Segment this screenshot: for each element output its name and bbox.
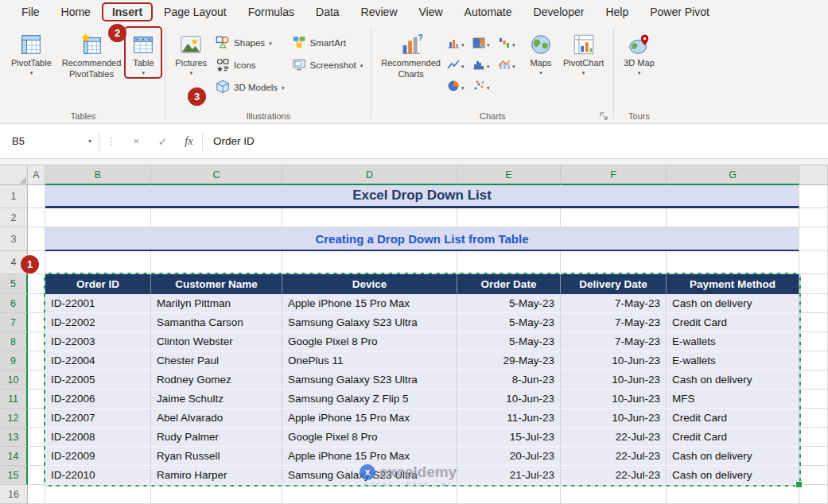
cell-empty[interactable] xyxy=(799,274,828,294)
sheet-title-cell[interactable]: Excel Drop Down List xyxy=(45,185,799,208)
row-header-10[interactable]: 10 xyxy=(0,370,28,390)
cell-order-date[interactable]: 5-May-23 xyxy=(457,332,561,351)
cell-empty[interactable] xyxy=(28,409,45,428)
column-header-partial[interactable] xyxy=(799,165,828,185)
column-header-c[interactable]: C xyxy=(151,165,282,185)
cell-empty[interactable] xyxy=(457,251,561,274)
screenshot-button[interactable]: Screenshot ▾ xyxy=(290,56,366,74)
cell-payment-method[interactable]: Credit Card xyxy=(667,409,799,428)
cell-empty[interactable] xyxy=(799,428,828,447)
cell-empty[interactable] xyxy=(667,485,799,504)
formula-bar-splitter[interactable]: ⋮ xyxy=(99,136,123,147)
column-header-a[interactable]: A xyxy=(28,165,45,185)
cell-delivery-date[interactable]: 22-Jul-23 xyxy=(561,466,667,485)
cell-empty[interactable] xyxy=(799,251,828,274)
cell-delivery-date[interactable]: 22-Jul-23 xyxy=(561,428,667,447)
column-header-g[interactable]: G xyxy=(667,165,799,185)
cell-empty[interactable] xyxy=(667,208,799,227)
cell-order-id[interactable]: ID-22006 xyxy=(45,390,151,409)
cell-order-id[interactable]: ID-22003 xyxy=(45,332,151,351)
cell-order-date[interactable]: 21-Jul-23 xyxy=(457,466,561,485)
row-header-11[interactable]: 11 xyxy=(0,390,28,409)
chart-column-button[interactable]: ▾ xyxy=(447,34,472,55)
cell-empty[interactable] xyxy=(28,208,45,227)
tab-review[interactable]: Review xyxy=(351,2,408,21)
cell-order-date[interactable]: 15-Jul-23 xyxy=(457,428,561,447)
cell-payment-method[interactable]: Credit Card xyxy=(667,313,799,332)
cell-payment-method[interactable]: MFS xyxy=(667,390,799,409)
cell-empty[interactable] xyxy=(45,485,151,504)
cell-device[interactable]: Google Pixel 8 Pro xyxy=(282,428,457,447)
formula-input[interactable]: Order ID xyxy=(203,135,255,147)
cell-order-date[interactable]: 8-Jun-23 xyxy=(457,370,561,390)
row-header-16[interactable]: 16 xyxy=(0,485,28,504)
table-header-payment-method[interactable]: Payment Method xyxy=(667,274,799,294)
tab-insert[interactable]: Insert xyxy=(102,2,153,21)
cell-payment-method[interactable]: Cash on delivery xyxy=(667,370,799,390)
cancel-button[interactable]: × xyxy=(123,135,150,147)
cell-empty[interactable] xyxy=(28,390,45,409)
cell-empty[interactable] xyxy=(28,370,45,390)
cell-empty[interactable] xyxy=(151,251,282,274)
cell-delivery-date[interactable]: 7-May-23 xyxy=(561,332,667,351)
cell-empty[interactable] xyxy=(799,351,828,370)
tab-file[interactable]: File xyxy=(11,2,50,21)
tab-view[interactable]: View xyxy=(409,2,453,21)
maps-button[interactable]: Maps ▾ xyxy=(525,28,557,77)
chart-combo-button[interactable]: ▾ xyxy=(498,56,523,76)
cell-empty[interactable] xyxy=(799,447,828,466)
cell-device[interactable]: OnePlus 11 xyxy=(282,351,457,370)
cell-device[interactable]: Samsung Galaxy S23 Ultra xyxy=(282,313,457,332)
cell-customer-name[interactable]: Jaime Schultz xyxy=(151,390,282,409)
cell-device[interactable]: Apple iPhone 15 Pro Max xyxy=(282,409,457,428)
table-header-customer-name[interactable]: Customer Name xyxy=(151,274,282,294)
cell-customer-name[interactable]: Marilyn Pittman xyxy=(151,294,282,313)
cell-empty[interactable] xyxy=(799,185,828,208)
table-header-order-id[interactable]: Order ID xyxy=(45,274,151,294)
row-header-12[interactable]: 12 xyxy=(0,409,28,428)
tab-help[interactable]: Help xyxy=(595,2,639,21)
pivottable-button[interactable]: PivotTable ▾ xyxy=(7,28,56,77)
cell-payment-method[interactable]: Cash on delivery xyxy=(667,294,799,313)
cell-device[interactable]: Samsung Galaxy S23 Ultra xyxy=(282,466,457,485)
cell-order-date[interactable]: 29-May-23 xyxy=(457,351,561,370)
row-header-5[interactable]: 5 xyxy=(0,274,28,294)
cell-order-id[interactable]: ID-22008 xyxy=(45,428,151,447)
cell-empty[interactable] xyxy=(457,208,561,227)
pivotchart-button[interactable]: PivotChart ▾ xyxy=(559,28,608,77)
cell-customer-name[interactable]: Clinton Webster xyxy=(151,332,282,351)
cell-payment-method[interactable]: Credit Card xyxy=(667,428,799,447)
tab-automate[interactable]: Automate xyxy=(454,2,523,21)
cell-empty[interactable] xyxy=(28,428,45,447)
insert-function-button[interactable]: fx xyxy=(176,134,202,148)
cell-order-date[interactable]: 10-Jun-23 xyxy=(457,390,561,409)
cell-empty[interactable] xyxy=(282,251,457,274)
cell-empty[interactable] xyxy=(28,313,45,332)
cell-delivery-date[interactable]: 7-May-23 xyxy=(561,294,667,313)
row-header-14[interactable]: 14 xyxy=(0,447,28,466)
cell-order-date[interactable]: 5-May-23 xyxy=(457,313,561,332)
cell-empty[interactable] xyxy=(28,274,45,294)
row-header-8[interactable]: 8 xyxy=(0,332,28,351)
cell-order-id[interactable]: ID-22004 xyxy=(45,351,151,370)
cell-empty[interactable] xyxy=(561,485,667,504)
table-header-delivery-date[interactable]: Delivery Date xyxy=(561,274,667,294)
column-header-f[interactable]: F xyxy=(561,165,667,185)
select-all-corner[interactable] xyxy=(0,165,28,185)
cell-delivery-date[interactable]: 10-Jun-23 xyxy=(561,351,667,370)
column-header-d[interactable]: D xyxy=(282,165,457,185)
cell-empty[interactable] xyxy=(799,485,828,504)
cell-empty[interactable] xyxy=(282,485,457,504)
cell-customer-name[interactable]: Chester Paul xyxy=(151,351,282,370)
cell-empty[interactable] xyxy=(799,390,828,409)
fill-handle[interactable] xyxy=(795,481,803,488)
shapes-button[interactable]: Shapes ▾ xyxy=(213,34,286,52)
cell-empty[interactable] xyxy=(45,208,151,227)
cell-order-id[interactable]: ID-22010 xyxy=(45,466,151,485)
column-header-e[interactable]: E xyxy=(457,165,561,185)
cell-delivery-date[interactable]: 10-Jun-23 xyxy=(561,370,667,390)
cell-device[interactable]: Apple iPhone 15 Pro Max xyxy=(282,447,457,466)
cell-delivery-date[interactable]: 10-Jun-23 xyxy=(561,390,667,409)
cell-empty[interactable] xyxy=(151,208,282,227)
cell-payment-method[interactable]: E-wallets xyxy=(667,351,799,370)
